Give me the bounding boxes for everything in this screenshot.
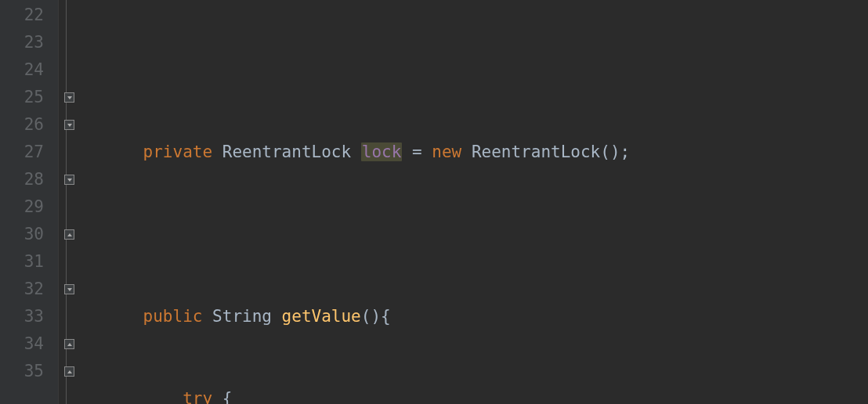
line-number: 31: [0, 248, 44, 276]
fold-close-icon[interactable]: [64, 366, 74, 377]
line-number: 24: [0, 56, 44, 84]
fold-gutter: [58, 0, 80, 404]
field-lock-highlight: lock: [361, 142, 403, 161]
line-number: 34: [0, 330, 44, 358]
line-number: 27: [0, 139, 44, 166]
method-getvalue: getValue: [282, 307, 361, 326]
line-number: 26: [0, 111, 44, 139]
code-editor: 22 23 24 25 26 27 28 29 30 31 32 33 34 3…: [0, 0, 868, 404]
keyword-new: new: [432, 142, 461, 161]
code-line[interactable]: [103, 56, 868, 84]
line-number: 33: [0, 303, 44, 330]
type-reentrantlock: ReentrantLock: [222, 142, 351, 161]
fold-open-icon[interactable]: [64, 120, 74, 130]
code-area[interactable]: private ReentrantLock lock = new Reentra…: [80, 0, 868, 404]
line-number: 32: [0, 276, 44, 303]
code-line[interactable]: [103, 221, 868, 248]
fold-close-icon[interactable]: [64, 229, 74, 240]
keyword-public: public: [143, 307, 203, 326]
line-number: 29: [0, 193, 44, 221]
keyword-try: try: [183, 389, 212, 404]
line-number: 23: [0, 29, 44, 56]
type-string: String: [212, 307, 272, 326]
line-number-gutter: 22 23 24 25 26 27 28 29 30 31 32 33 34 3…: [0, 0, 58, 404]
code-line[interactable]: public String getValue(){: [103, 303, 868, 330]
line-number: 28: [0, 166, 44, 193]
keyword-private: private: [143, 142, 213, 161]
code-line[interactable]: try {: [103, 385, 868, 404]
fold-open-icon[interactable]: [64, 92, 74, 103]
line-number: 25: [0, 84, 44, 111]
fold-open-icon[interactable]: [64, 175, 74, 185]
fold-open-icon[interactable]: [64, 284, 74, 294]
code-line[interactable]: private ReentrantLock lock = new Reentra…: [103, 139, 868, 166]
line-number: 30: [0, 221, 44, 248]
line-number: 35: [0, 358, 44, 385]
line-number: 22: [0, 2, 44, 29]
fold-close-icon[interactable]: [64, 339, 74, 349]
